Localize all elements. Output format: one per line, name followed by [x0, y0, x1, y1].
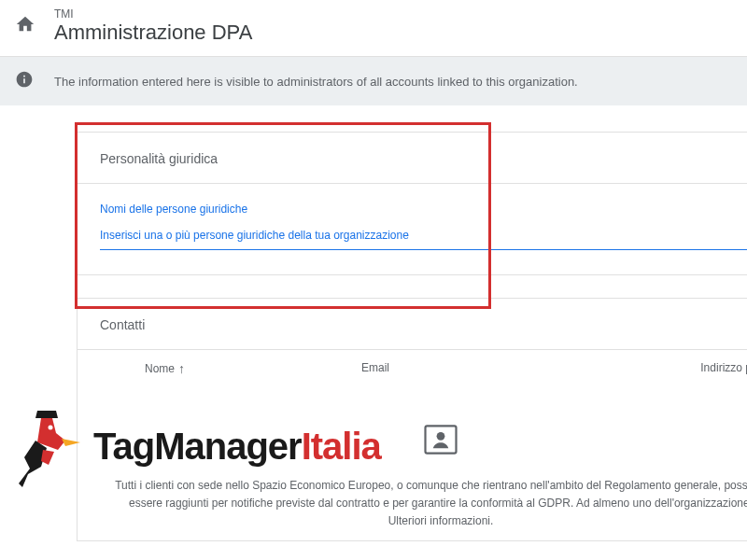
contacts-table-header: Nome ↑ Email Indirizzo postale	[78, 350, 747, 387]
legal-entity-field-label: Nomi delle persone giuridiche	[100, 203, 747, 216]
page-title: Amministrazione DPA	[54, 21, 252, 45]
org-label: TMI	[54, 7, 252, 21]
contacts-card: Contatti Nome ↑ Email Indirizzo postale …	[77, 298, 747, 541]
column-email[interactable]: Email	[361, 361, 632, 376]
header-text: TMI Amministrazione DPA	[54, 7, 252, 45]
home-icon[interactable]	[15, 14, 35, 38]
header: TMI Amministrazione DPA	[0, 0, 747, 57]
contacts-empty-text: Tutti i clienti con sede nello Spazio Ec…	[100, 477, 747, 531]
sort-arrow-icon: ↑	[178, 361, 185, 376]
column-name-label: Nome	[145, 362, 175, 375]
column-address[interactable]: Indirizzo postale	[632, 361, 747, 376]
legal-entity-body: Nomi delle persone giuridiche	[78, 184, 747, 274]
svg-point-1	[437, 432, 445, 441]
contact-placeholder-icon	[420, 419, 461, 460]
legal-entity-title: Personalità giuridica	[78, 133, 747, 184]
info-text: The information entered here is visible …	[54, 75, 578, 89]
legal-entity-card: Personalità giuridica Nomi delle persone…	[77, 132, 747, 275]
contacts-empty-state: Tutti i clienti con sede nello Spazio Ec…	[78, 387, 747, 540]
info-bar: The information entered here is visible …	[0, 57, 747, 105]
column-name[interactable]: Nome ↑	[100, 361, 361, 376]
content: Personalità giuridica Nomi delle persone…	[0, 105, 747, 541]
legal-entity-input[interactable]	[100, 225, 747, 250]
info-icon	[15, 70, 34, 92]
contacts-title: Contatti	[78, 299, 747, 350]
